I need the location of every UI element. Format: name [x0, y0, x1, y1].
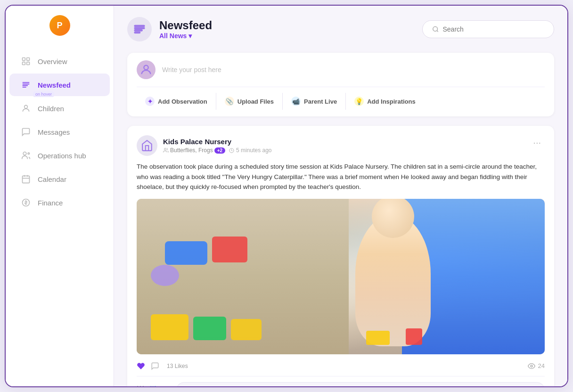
doc-attach-icon[interactable]: 📄 [149, 385, 158, 386]
post-image-inner [137, 199, 545, 354]
toy-block-red [406, 328, 422, 345]
svg-rect-0 [23, 58, 25, 61]
sidebar-item-calendar[interactable]: Calendar [9, 168, 110, 190]
post-card: Kids Palace Nursery Butterflies, Frogs +… [127, 126, 554, 386]
page-header: Newsfeed All News ▾ [127, 17, 554, 41]
post-image [137, 199, 545, 354]
sidebar-item-newsfeed[interactable]: Newsfeed on hover [9, 74, 110, 96]
comment-actions: 🖼 📄 ☺ [137, 385, 171, 386]
sidebar-item-finance[interactable]: Finance [9, 191, 110, 214]
search-icon [432, 25, 439, 33]
compose-box: Write your post here ✦ Add Observation 📎… [127, 53, 554, 116]
sidebar-item-operations[interactable]: Operations hub [9, 144, 110, 167]
svg-rect-3 [27, 62, 30, 65]
compose-placeholder[interactable]: Write your post here [162, 66, 545, 74]
svg-rect-2 [23, 62, 25, 65]
chat-icon [21, 127, 31, 137]
svg-point-25 [531, 365, 532, 367]
emoji-icon[interactable]: ☺ [163, 385, 171, 386]
svg-point-10 [28, 153, 29, 154]
inspirations-icon: 💡 [354, 97, 364, 106]
comment-reaction-button[interactable] [151, 362, 159, 370]
author-groups: Butterflies, Frogs +2 [163, 147, 225, 154]
calendar-icon [21, 174, 31, 184]
newsfeed-header-icon [133, 23, 146, 36]
news-filter[interactable]: All News ▾ [159, 32, 212, 40]
svg-point-23 [164, 148, 166, 150]
toy-bin-green [193, 317, 226, 340]
sidebar-label-finance: Finance [38, 199, 63, 207]
header-left: Newsfeed All News ▾ [127, 17, 212, 41]
users-icon [21, 150, 31, 161]
extra-groups-badge: +2 [214, 147, 225, 154]
filter-label: All News [159, 32, 187, 40]
avatar-icon [139, 63, 153, 76]
search-input[interactable] [442, 25, 544, 33]
compose-actions: ✦ Add Observation 📎 Upload Files 📹 Paren… [137, 87, 545, 110]
sidebar-item-messages[interactable]: Messages [9, 121, 110, 143]
child-head [372, 199, 414, 238]
sidebar-label-children: Children [38, 105, 64, 113]
toy-red [212, 237, 247, 262]
app-logo[interactable]: P [49, 15, 70, 36]
sidebar: P Overview Newsfeed on hover [6, 6, 114, 386]
groups-label: Butterflies, Frogs [170, 147, 213, 154]
chevron-down-icon: ▾ [188, 32, 192, 40]
search-box[interactable] [422, 20, 554, 38]
upload-label: Upload Files [237, 98, 274, 105]
author-meta: Butterflies, Frogs +2 5 minutes ago [163, 147, 272, 154]
groups-icon [163, 147, 169, 153]
comment-icon [151, 362, 159, 370]
add-inspirations-button[interactable]: 💡 Add Inspirations [346, 93, 424, 110]
svg-point-20 [433, 27, 438, 32]
observation-icon: ✦ [145, 97, 155, 106]
svg-rect-7 [23, 87, 26, 88]
sidebar-label-newsfeed: Newsfeed [38, 81, 71, 89]
svg-rect-4 [23, 82, 30, 83]
upload-files-button[interactable]: 📎 Upload Files [216, 93, 283, 110]
comment-input[interactable] [176, 382, 545, 386]
author-name: Kids Palace Nursery [163, 138, 272, 146]
post-menu-button[interactable]: ··· [529, 135, 545, 150]
observation-label: Add Observation [158, 98, 207, 105]
post-reactions: 13 Likes [137, 362, 188, 370]
parent-live-button[interactable]: 📹 Parent Live [283, 93, 346, 110]
sidebar-label-operations: Operations hub [38, 152, 86, 160]
toy-truck [165, 241, 207, 265]
sidebar-nav: Overview Newsfeed on hover Children [6, 49, 114, 386]
add-observation-button[interactable]: ✦ Add Observation [137, 93, 216, 110]
post-author: Kids Palace Nursery Butterflies, Frogs +… [137, 135, 272, 156]
svg-rect-5 [23, 84, 30, 85]
newspaper-icon [21, 80, 31, 90]
sidebar-item-children[interactable]: Children [9, 97, 110, 120]
heart-icon [137, 362, 145, 370]
svg-rect-19 [135, 32, 140, 33]
svg-line-21 [437, 31, 438, 32]
inspirations-label: Add Inspirations [367, 98, 416, 105]
svg-rect-6 [23, 85, 28, 86]
svg-rect-1 [27, 58, 30, 61]
coin-icon [21, 197, 31, 208]
sidebar-label-messages: Messages [38, 128, 70, 136]
on-hover-badge: on hover [33, 91, 54, 97]
post-views: 24 [528, 362, 545, 370]
main-content: Newsfeed All News ▾ Write your post here [114, 6, 567, 386]
likes-count: 13 Likes [167, 363, 188, 369]
svg-rect-17 [135, 28, 145, 29]
svg-point-22 [144, 65, 148, 70]
nursery-icon [141, 139, 153, 152]
compose-top: Write your post here [137, 60, 545, 79]
svg-point-8 [25, 105, 28, 108]
author-avatar [137, 135, 157, 156]
grid-icon [21, 56, 31, 66]
toy-bin-yellow [151, 314, 188, 340]
like-button[interactable] [137, 362, 145, 370]
svg-rect-18 [135, 30, 142, 31]
child-body [355, 214, 431, 347]
toy-circle [151, 265, 179, 286]
sidebar-item-overview[interactable]: Overview [9, 50, 110, 73]
toy-block-yellow [366, 331, 390, 345]
compose-avatar [137, 60, 156, 79]
image-attach-icon[interactable]: 🖼 [137, 385, 144, 386]
svg-rect-16 [135, 25, 145, 26]
